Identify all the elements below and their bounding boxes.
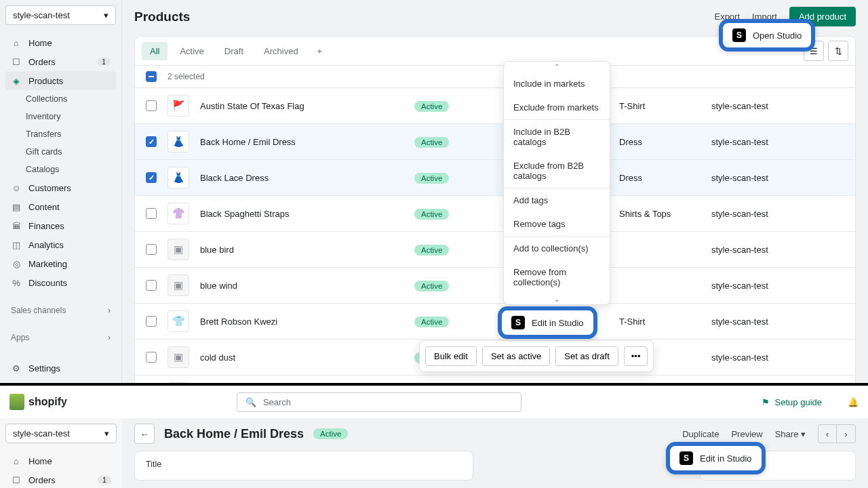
nav-inventory[interactable]: Inventory: [5, 108, 116, 125]
nav-orders-bottom[interactable]: ☐Orders1: [5, 470, 117, 488]
nav-label: Analytics: [28, 240, 64, 250]
product-thumb: ▣: [167, 382, 189, 383]
bulk-set-active-button[interactable]: Set as active: [482, 346, 550, 366]
edit-studio-callout[interactable]: S Edit in Studio: [498, 306, 597, 339]
menu-exclude-markets[interactable]: Exclude from markets: [504, 96, 610, 119]
search-input[interactable]: 🔍 Search: [237, 392, 521, 412]
nav-home[interactable]: ⌂Home: [5, 33, 116, 52]
product-type: Shirts & Tops: [619, 209, 701, 219]
nav-content[interactable]: ▤Content: [5, 197, 116, 216]
product-type: T-Shirt: [619, 317, 701, 327]
row-checkbox[interactable]: [146, 100, 157, 111]
table-row[interactable]: 🚩Austin State Of Texas FlagActiveT-Shirt…: [135, 88, 855, 124]
tab-draft[interactable]: Draft: [216, 42, 252, 60]
scroll-up-icon[interactable]: ⌃: [504, 62, 610, 72]
nav-catalogs[interactable]: Catalogs: [5, 161, 116, 178]
orders-badge: 1: [98, 476, 111, 484]
share-link[interactable]: Share ▾: [775, 429, 806, 439]
nav-finances[interactable]: 🏛Finances: [5, 216, 116, 235]
product-type: Dress: [619, 137, 701, 147]
chevron-right-icon: ›: [108, 333, 111, 342]
nav-home-bottom[interactable]: ⌂Home: [5, 451, 117, 470]
menu-add-collections[interactable]: Add to collection(s): [504, 237, 610, 260]
table-row[interactable]: ▣blue birdActivestyle-scan-test: [135, 232, 855, 268]
nav-analytics[interactable]: ◫Analytics: [5, 235, 116, 254]
studio-icon: S: [511, 316, 525, 329]
select-all-checkbox[interactable]: [146, 71, 157, 82]
back-button[interactable]: ←: [134, 424, 155, 444]
next-button[interactable]: ›: [837, 424, 856, 443]
store-selector-bottom[interactable]: style-scan-test ▾: [5, 424, 117, 443]
product-name: Brett Robson Kwezi: [200, 317, 403, 327]
open-studio-callout[interactable]: S Open Studio: [719, 19, 815, 52]
edit-studio-callout-bottom[interactable]: S Edit in Studio: [666, 442, 766, 474]
product-vendor: style-scan-test: [711, 245, 844, 255]
row-checkbox[interactable]: [146, 280, 157, 291]
preview-link[interactable]: Preview: [731, 429, 762, 439]
shopify-logo[interactable]: shopify: [9, 394, 67, 410]
nav-label: Products: [28, 76, 63, 86]
product-name: cold dust: [200, 352, 403, 363]
nav-orders[interactable]: ☐Orders1: [5, 52, 116, 71]
nav-customers[interactable]: ☺Customers: [5, 178, 116, 197]
menu-include-markets[interactable]: Include in markets: [504, 72, 610, 96]
nav-settings[interactable]: ⚙Settings: [5, 359, 116, 378]
setup-guide-link[interactable]: ⚑ Setup guide: [762, 397, 822, 407]
menu-add-tags[interactable]: Add tags: [504, 188, 610, 212]
table-row[interactable]: ▣cold moonstyle-scan-test: [135, 375, 855, 383]
bulk-context-menu: ⌃ Include in markets Exclude from market…: [503, 61, 610, 305]
bulk-edit-button[interactable]: Bulk edit: [425, 346, 477, 366]
tab-all[interactable]: All: [142, 42, 167, 60]
table-row[interactable]: 👚Black Spaghetti StrapsActiveShirts & To…: [135, 196, 855, 232]
nav-label: Customers: [28, 183, 71, 193]
table-row[interactable]: 👗Back Home / Emil DressActiveDressstyle-…: [135, 124, 855, 160]
tab-active[interactable]: Active: [172, 42, 212, 60]
nav-sales-channels[interactable]: Sales channels›: [5, 302, 116, 319]
row-checkbox[interactable]: [146, 244, 157, 255]
table-row[interactable]: 👕Brett Robson KweziActiveT-Shirtstyle-sc…: [135, 304, 855, 340]
sort-icon: ⇅: [835, 46, 842, 56]
nav-collections[interactable]: Collections: [5, 90, 116, 108]
menu-remove-collections[interactable]: Remove from collection(s): [504, 260, 610, 294]
callout-label: Edit in Studio: [532, 318, 584, 328]
store-name: style-scan-test: [13, 428, 70, 439]
product-thumb: ▣: [167, 274, 189, 296]
bulk-more-button[interactable]: •••: [624, 346, 648, 366]
tab-add[interactable]: +: [311, 43, 330, 59]
row-checkbox[interactable]: [146, 352, 157, 363]
menu-remove-tags[interactable]: Remove tags: [504, 212, 610, 236]
nav-gift-cards[interactable]: Gift cards: [5, 143, 116, 161]
bulk-action-bar: Bulk edit Set as active Set as draft •••: [419, 340, 654, 372]
row-checkbox[interactable]: [146, 172, 157, 183]
nav-transfers[interactable]: Transfers: [5, 125, 116, 143]
nav-label: Marketing: [28, 259, 67, 269]
menu-include-b2b[interactable]: Include in B2B catalogs: [504, 120, 610, 154]
scroll-down-icon[interactable]: ⌄: [504, 294, 610, 304]
store-selector[interactable]: style-scan-test ▾: [5, 5, 116, 25]
product-name: Austin State Of Texas Flag: [200, 101, 403, 111]
bell-icon[interactable]: 🔔: [848, 397, 859, 407]
nav-apps[interactable]: Apps›: [5, 329, 116, 346]
menu-exclude-b2b[interactable]: Exclude from B2B catalogs: [504, 154, 610, 188]
detail-status: Active: [313, 428, 348, 439]
content-icon: ▤: [11, 201, 22, 212]
row-checkbox[interactable]: [146, 208, 157, 219]
row-checkbox[interactable]: [146, 136, 157, 147]
table-row[interactable]: ▣blue windActivestyle-scan-test: [135, 268, 855, 304]
prev-button[interactable]: ‹: [818, 424, 837, 443]
table-row[interactable]: 👗Black Lace DressActiveDressstyle-scan-t…: [135, 160, 855, 196]
nav-discounts[interactable]: %Discounts: [5, 273, 116, 292]
orders-badge: 1: [97, 58, 111, 66]
orders-icon: ☐: [11, 56, 22, 67]
nav-products[interactable]: ◈Products: [5, 71, 116, 90]
bulk-set-draft-button[interactable]: Set as draft: [555, 346, 618, 366]
callout-label: Open Studio: [753, 30, 802, 41]
gear-icon: ⚙: [11, 363, 22, 373]
duplicate-link[interactable]: Duplicate: [682, 429, 719, 439]
product-list: 🚩Austin State Of Texas FlagActiveT-Shirt…: [135, 88, 855, 383]
nav-marketing[interactable]: ◎Marketing: [5, 254, 116, 273]
product-type: T-Shirt: [619, 101, 701, 111]
row-checkbox[interactable]: [146, 316, 157, 327]
tab-archived[interactable]: Archived: [256, 42, 307, 60]
sort-button[interactable]: ⇅: [828, 41, 848, 61]
